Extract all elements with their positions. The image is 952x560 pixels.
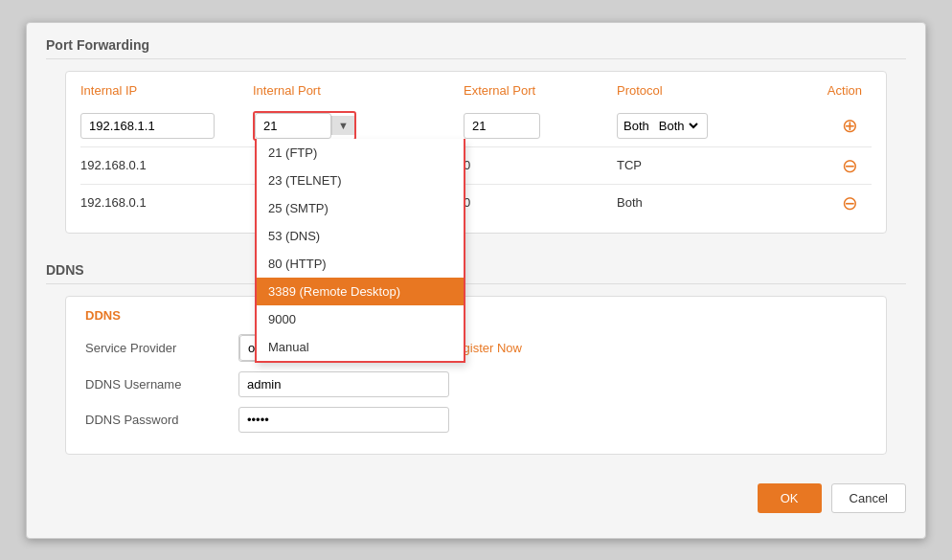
password-control	[238, 407, 449, 433]
ok-button[interactable]: OK	[758, 483, 822, 513]
username-row: DDNS Username	[85, 371, 867, 397]
footer-buttons: OK Cancel	[27, 469, 925, 513]
table-row: ▼ 21 (FTP) 23 (TELNET) 25 (SMTP) 53 (DNS…	[80, 105, 872, 147]
external-port-input-1[interactable]	[464, 113, 540, 139]
port-forwarding-section: Port Forwarding Internal IP Internal Por…	[27, 23, 925, 262]
dialog: Port Forwarding Internal IP Internal Por…	[26, 22, 926, 539]
cell-ip-1	[80, 113, 253, 139]
cell-action-3: ⊖	[789, 190, 872, 215]
add-row-button[interactable]: ⊕	[837, 113, 862, 138]
password-label: DDNS Password	[85, 413, 238, 427]
service-provider-label: Service Provider	[85, 341, 238, 355]
cell-action-1: ⊕	[789, 113, 872, 138]
cell-ip-2: 192.168.0.1	[80, 158, 253, 172]
protocol-select-wrap-1: Both Both TCP UDP	[617, 113, 708, 139]
dropdown-item-9000[interactable]: 9000	[257, 305, 464, 333]
cancel-button[interactable]: Cancel	[831, 483, 906, 513]
header-external-port: External Port	[464, 83, 617, 98]
cell-external-port-3: 0	[464, 195, 617, 210]
port-input-wrap-1: ▼ 21 (FTP) 23 (TELNET) 25 (SMTP) 53 (DNS…	[253, 111, 356, 141]
ddns-box: DDNS Service Provider ▼ Register Now DDN…	[65, 296, 887, 455]
cell-protocol-2: TCP	[617, 158, 789, 172]
internal-port-input-1[interactable]	[255, 113, 331, 139]
remove-row-button-2[interactable]: ⊖	[837, 153, 862, 178]
dropdown-item-smtp[interactable]: 25 (SMTP)	[257, 194, 464, 222]
header-internal-port: Internal Port	[253, 83, 464, 98]
dropdown-item-manual[interactable]: Manual	[257, 333, 464, 361]
ip-display-3: 192.168.0.1	[80, 195, 147, 210]
cell-action-2: ⊖	[789, 153, 872, 178]
header-protocol: Protocol	[617, 83, 789, 98]
remove-row-button-3[interactable]: ⊖	[837, 190, 862, 215]
ddns-inner-title: DDNS	[85, 308, 867, 323]
header-internal-ip: Internal IP	[80, 83, 253, 98]
table-row: 192.168.0.1 0 Both ⊖	[80, 185, 872, 221]
username-label: DDNS Username	[85, 377, 238, 392]
dropdown-item-rdp[interactable]: 3389 (Remote Desktop)	[257, 278, 464, 305]
header-action: Action	[789, 83, 872, 98]
internal-ip-input-1[interactable]	[80, 113, 215, 139]
cell-protocol-3: Both	[617, 195, 789, 210]
password-row: DDNS Password	[85, 407, 867, 433]
cell-ip-3: 192.168.0.1	[80, 195, 253, 210]
protocol-display-2: TCP	[617, 158, 642, 172]
password-input[interactable]	[238, 407, 449, 433]
dropdown-item-telnet[interactable]: 23 (TELNET)	[257, 167, 464, 194]
protocol-display-3: Both	[617, 195, 643, 210]
cell-protocol-1: Both Both TCP UDP	[617, 113, 789, 139]
cell-external-port-2: 0	[464, 158, 617, 172]
username-input[interactable]	[238, 371, 449, 397]
username-control	[238, 371, 449, 397]
port-forwarding-table: Internal IP Internal Port External Port …	[65, 71, 887, 234]
port-dropdown-menu: 21 (FTP) 23 (TELNET) 25 (SMTP) 53 (DNS) …	[255, 139, 465, 363]
dropdown-item-dns[interactable]: 53 (DNS)	[257, 222, 464, 250]
protocol-select-1[interactable]: Both TCP UDP	[655, 118, 701, 134]
cell-external-port-1	[464, 113, 617, 139]
service-provider-row: Service Provider ▼ Register Now	[85, 334, 867, 362]
protocol-value-1: Both	[623, 119, 649, 133]
ddns-section: DDNS DDNS Service Provider ▼ Register No…	[27, 262, 925, 469]
port-dropdown-btn-1[interactable]: ▼	[331, 116, 354, 135]
section-title: Port Forwarding	[46, 37, 906, 59]
cell-internal-port-1: ▼ 21 (FTP) 23 (TELNET) 25 (SMTP) 53 (DNS…	[253, 111, 464, 141]
dropdown-item-http[interactable]: 80 (HTTP)	[257, 250, 464, 278]
table-row: 192.168.0.1 0 TCP ⊖	[80, 147, 872, 185]
ddns-section-title: DDNS	[46, 262, 906, 284]
table-header: Internal IP Internal Port External Port …	[80, 83, 872, 105]
dropdown-item-ftp[interactable]: 21 (FTP)	[257, 139, 464, 167]
ip-display-2: 192.168.0.1	[80, 158, 147, 172]
